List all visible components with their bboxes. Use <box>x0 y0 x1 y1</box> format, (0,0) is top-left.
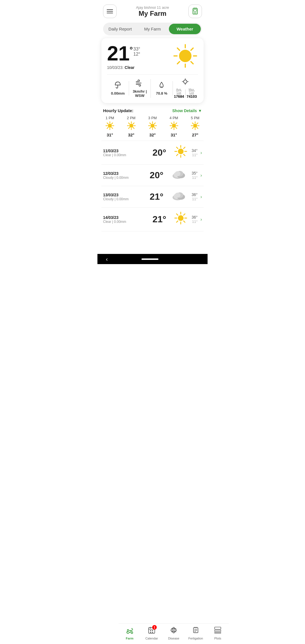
max-lux-value: 74103 <box>187 94 197 99</box>
svg-line-97 <box>184 214 185 215</box>
forecast-date-2: 13/03/23 <box>103 193 144 197</box>
svg-line-98 <box>177 221 178 222</box>
phone-button[interactable] <box>188 5 202 18</box>
hourly-sun-icon-1 <box>127 121 136 131</box>
svg-line-16 <box>191 48 193 50</box>
wind-value: 3km/hr | WSW <box>130 89 150 98</box>
svg-line-77 <box>184 154 185 156</box>
hourly-time-0: 1 PM <box>106 116 114 120</box>
svg-point-62 <box>193 124 197 128</box>
svg-line-41 <box>133 127 134 129</box>
forecast-min-3: 11° <box>192 219 198 224</box>
forecast-date-col-1: 12/03/23 Cloudy | 0.00mm <box>103 171 144 180</box>
svg-line-17 <box>177 62 180 64</box>
svg-point-21 <box>184 80 187 83</box>
chevron-icon-2: › <box>201 194 202 199</box>
hourly-item-4: 5 PM 27° <box>187 116 204 137</box>
svg-line-14 <box>177 48 180 50</box>
svg-line-79 <box>177 154 178 156</box>
forecast-row-0[interactable]: 11/03/23 Clear | 0.00mm 20° 34° <box>101 141 204 165</box>
forecast-date-1: 12/03/23 <box>103 171 144 176</box>
svg-line-52 <box>150 127 151 129</box>
hourly-sun-icon-2 <box>148 121 157 131</box>
svg-point-84 <box>175 171 180 176</box>
forecast-temp-2: 21° <box>150 192 163 202</box>
back-button[interactable]: ‹ <box>106 256 108 262</box>
header-subtitle: Ajay bishnoi 11 acre <box>136 5 169 10</box>
temp-max: 33° <box>133 47 140 52</box>
svg-rect-4 <box>194 9 197 11</box>
hourly-time-3: 4 PM <box>169 116 178 120</box>
svg-point-53 <box>172 124 176 128</box>
tab-weather[interactable]: Weather <box>169 24 201 34</box>
avg-lux-label: Avg. Lux <box>174 88 184 94</box>
svg-line-61 <box>171 127 172 129</box>
forecast-desc-1: Cloudy | 0.00mm <box>103 176 144 180</box>
svg-line-34 <box>107 127 108 129</box>
forecast-max-2: 36° <box>192 192 198 197</box>
forecast-max-0: 34° <box>192 148 198 153</box>
weather-sun-icon <box>173 43 198 70</box>
forecast-min-0: 11° <box>192 153 198 157</box>
forecast-row-1[interactable]: 12/03/23 Cloudy | 0.00mm 20° 35° 11° › <box>101 165 204 186</box>
chevron-icon-3: › <box>201 217 202 222</box>
lux-icon <box>182 78 189 87</box>
home-indicator[interactable] <box>141 258 158 260</box>
forecast-max-1: 35° <box>192 171 198 175</box>
rain-stat: 0.00mm <box>107 81 129 95</box>
forecast-min-2: 11° <box>192 197 198 201</box>
chevron-icon-1: › <box>201 173 202 178</box>
svg-line-32 <box>112 127 113 129</box>
forecast-max-3: 36° <box>192 215 198 219</box>
menu-button[interactable] <box>103 5 117 18</box>
humidity-stat: % 70.8 % <box>151 81 173 95</box>
hourly-list: 1 PM 31° 2 PM <box>97 116 208 141</box>
svg-line-49 <box>150 123 151 124</box>
degree-symbol: ° <box>130 45 133 55</box>
hourly-item-1: 2 PM 32° <box>123 116 140 137</box>
weather-stats: 0.00mm 3km/hr | WSW % <box>107 74 198 99</box>
hourly-item-3: 4 PM 31° <box>165 116 182 137</box>
forecast-desc-2: Cloudy | 0.00mm <box>103 197 144 201</box>
svg-line-78 <box>184 147 185 149</box>
header: Ajay bishnoi 11 acre My Farm <box>97 0 208 20</box>
sun-icon-forecast-0 <box>174 145 187 160</box>
svg-point-9 <box>179 50 191 62</box>
svg-line-50 <box>154 127 155 129</box>
hourly-item-0: 1 PM 31° <box>101 116 118 137</box>
hourly-sun-icon-3 <box>169 121 178 131</box>
tab-daily-report[interactable]: Daily Report <box>104 24 136 34</box>
show-details-button[interactable]: Show Details ▼ <box>172 108 202 113</box>
svg-line-43 <box>128 127 130 129</box>
chevron-down-icon: ▼ <box>198 108 202 113</box>
forecast-row-3[interactable]: 14/03/23 Clear | 0.00mm 21° 36° <box>101 208 204 231</box>
hourly-time-4: 5 PM <box>191 116 199 120</box>
tab-my-farm[interactable]: My Farm <box>137 24 169 34</box>
temp-range: 33° 12° <box>133 47 140 57</box>
svg-line-69 <box>197 123 198 124</box>
lux-stat: Avg. Lux 17684 Max. Lux 74103 <box>173 78 198 99</box>
weather-date: 10/03/23: Clear <box>107 65 140 70</box>
current-temp: 21 <box>107 43 130 64</box>
forecast-range-2: 36° 11° <box>192 192 198 201</box>
header-title-block: Ajay bishnoi 11 acre My Farm <box>136 5 169 18</box>
svg-point-44 <box>151 124 154 128</box>
forecast-row-2[interactable]: 13/03/23 Cloudy | 0.00mm 21° 36° 11° › <box>101 186 204 208</box>
hourly-title: Hourly Update: <box>103 108 134 113</box>
svg-line-51 <box>154 123 155 124</box>
humidity-icon: % <box>158 81 165 90</box>
svg-line-59 <box>176 127 177 129</box>
hourly-temp-4: 27° <box>192 132 199 137</box>
hourly-sun-icon-4 <box>191 121 200 131</box>
svg-line-68 <box>197 127 198 129</box>
svg-point-35 <box>129 124 133 128</box>
svg-line-31 <box>107 123 108 124</box>
svg-line-40 <box>128 123 130 124</box>
wind-stat: 3km/hr | WSW <box>129 79 151 98</box>
hourly-sun-icon-0 <box>105 121 114 131</box>
forecast-date-col-3: 14/03/23 Clear | 0.00mm <box>103 215 147 224</box>
svg-line-58 <box>171 123 172 124</box>
hourly-header: Hourly Update: Show Details ▼ <box>97 106 208 116</box>
chevron-icon-0: › <box>201 150 202 155</box>
svg-line-60 <box>176 123 177 124</box>
